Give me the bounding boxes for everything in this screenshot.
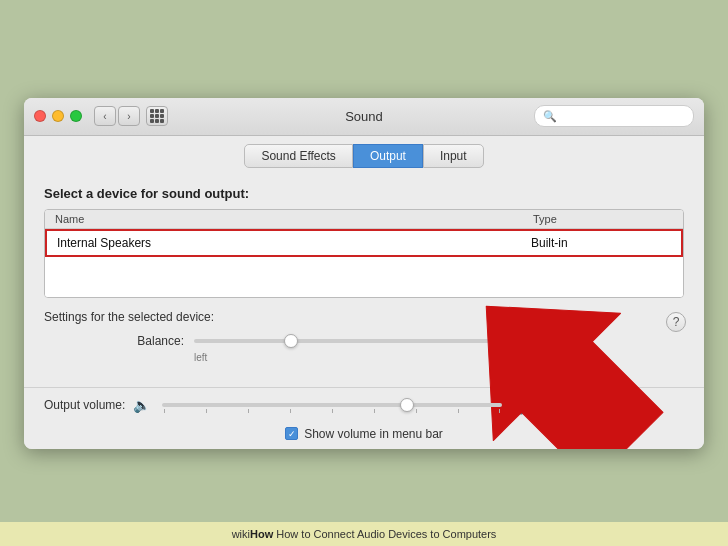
show-volume-checkbox[interactable]: ✓ [285, 427, 298, 440]
show-volume-bar: ✓ Show volume in menu bar [24, 423, 704, 449]
grid-button[interactable] [146, 106, 168, 126]
tab-input[interactable]: Input [423, 144, 484, 168]
device-table: Name Type Internal Speakers Built-in [44, 209, 684, 298]
mute-label: Mute [565, 398, 592, 412]
col-type-header: Type [533, 213, 673, 225]
settings-label: Settings for the selected device: [44, 310, 684, 324]
wikihow-text: How to Connect Audio Devices to Computer… [273, 528, 496, 540]
tabbar: Sound Effects Output Input [24, 136, 704, 174]
volume-slider[interactable] [162, 403, 502, 407]
wikihow-brand: How [250, 528, 273, 540]
sound-window: ‹ › Sound 🔍 Sound Effects Output Input S… [24, 98, 704, 449]
tab-output[interactable]: Output [353, 144, 423, 168]
volume-low-icon: 🔈 [133, 397, 150, 413]
balance-slider[interactable] [194, 339, 494, 343]
settings-section: Settings for the selected device: Balanc… [44, 310, 684, 363]
wikihow-footer: wikiHow How to Connect Audio Devices to … [0, 522, 728, 546]
table-empty-area [45, 257, 683, 297]
nav-buttons: ‹ › [94, 106, 140, 126]
table-row[interactable]: Internal Speakers Built-in [45, 229, 683, 257]
mute-area: Mute [548, 398, 592, 412]
mute-checkbox[interactable] [548, 399, 561, 412]
show-volume-label: Show volume in menu bar [304, 427, 443, 441]
traffic-lights [34, 110, 82, 122]
minimize-button[interactable] [52, 110, 64, 122]
maximize-button[interactable] [70, 110, 82, 122]
main-content: Select a device for sound output: Name T… [24, 174, 704, 387]
close-button[interactable] [34, 110, 46, 122]
table-header: Name Type [45, 210, 683, 229]
search-icon: 🔍 [543, 110, 557, 123]
grid-icon [150, 109, 164, 123]
device-type: Built-in [531, 236, 671, 250]
balance-row: Balance: [44, 334, 684, 348]
balance-hint: left [44, 352, 684, 363]
bottom-bar: Output volume: 🔈 🔊 Mute [24, 387, 704, 423]
back-button[interactable]: ‹ [94, 106, 116, 126]
balance-thumb[interactable] [284, 334, 298, 348]
forward-button[interactable]: › [118, 106, 140, 126]
select-device-label: Select a device for sound output: [44, 186, 684, 201]
help-button[interactable]: ? [666, 312, 686, 332]
col-name-header: Name [55, 213, 533, 225]
balance-label: Balance: [104, 334, 184, 348]
window-title: Sound [345, 109, 383, 124]
wikihow-prefix: wiki [232, 528, 250, 540]
titlebar: ‹ › Sound 🔍 [24, 98, 704, 136]
volume-high-icon: 🔊 [516, 396, 536, 415]
search-bar[interactable]: 🔍 [534, 105, 694, 127]
volume-ticks [162, 409, 502, 413]
device-name: Internal Speakers [57, 236, 531, 250]
output-volume-label: Output volume: [44, 398, 125, 412]
tab-sound-effects[interactable]: Sound Effects [244, 144, 353, 168]
